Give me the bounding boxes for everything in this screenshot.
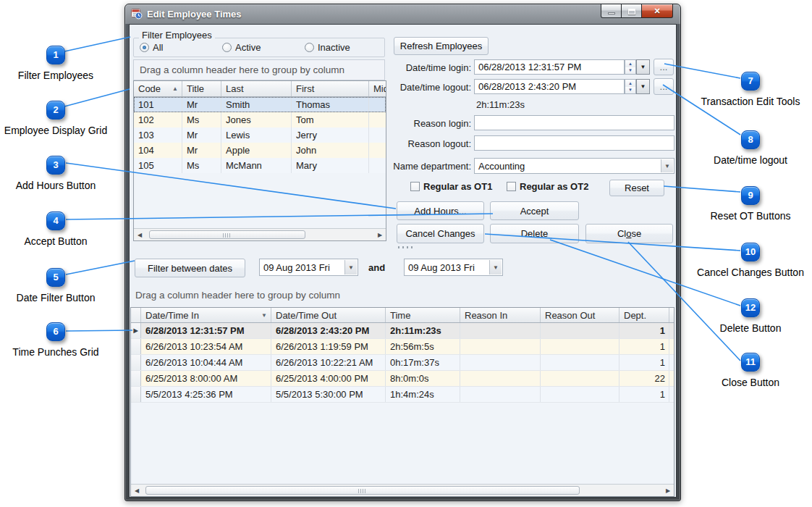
- ot2-label: Regular as OT2: [520, 181, 588, 192]
- accept-button[interactable]: Accept: [490, 201, 579, 220]
- scroll-right-icon[interactable]: ▶: [662, 485, 674, 496]
- col-header-reason-in[interactable]: Reason In: [460, 308, 541, 322]
- close-window-button[interactable]: ✕: [642, 4, 673, 18]
- spin-up-icon[interactable]: ▲: [625, 79, 636, 87]
- minimize-button[interactable]: [601, 4, 622, 18]
- employee-row[interactable]: 102 Ms Jones Tom: [134, 112, 386, 127]
- login-datetime-input[interactable]: 06/28/2013 12:31:57 PM: [474, 59, 625, 75]
- callout-label: Add Hours Button: [0, 180, 117, 191]
- scroll-right-icon[interactable]: ▶: [374, 229, 386, 240]
- date-to-combo[interactable]: 09 Aug 2013 Fri ▼: [404, 259, 503, 276]
- date-from-combo[interactable]: 09 Aug 2013 Fri ▼: [259, 259, 358, 276]
- duration-text: 2h:11m:23s: [476, 99, 525, 110]
- login-edit-tools-button[interactable]: ...: [654, 59, 674, 75]
- department-value: Accounting: [478, 159, 525, 173]
- callout-number-badge: 9: [741, 186, 760, 205]
- employee-grid-groupby-panel[interactable]: Drag a column header here to group by co…: [133, 59, 385, 80]
- radio-inactive-label: Inactive: [318, 42, 350, 53]
- reason-logout-input[interactable]: [474, 135, 674, 151]
- col-header-datetime-in[interactable]: Date/Time In▼: [141, 308, 271, 322]
- punch-row[interactable]: 6/25/2013 8:00:00 AM 6/25/2013 4:00:00 P…: [131, 371, 674, 387]
- close-button[interactable]: Close: [585, 224, 673, 243]
- row-indicator-header: [131, 308, 141, 322]
- radio-active[interactable]: Active: [222, 42, 261, 53]
- employee-row[interactable]: 103 Mr Lewis Jerry: [134, 127, 386, 143]
- employee-row-selected[interactable]: 101 Mr Smith Thomas: [134, 97, 386, 112]
- col-header-time[interactable]: Time: [386, 308, 460, 322]
- reason-logout-label: Reason logout:: [368, 138, 471, 149]
- employee-row[interactable]: 104 Mr Apple John: [134, 143, 386, 158]
- department-combo[interactable]: Accounting ▼: [474, 158, 674, 174]
- employee-grid-hscrollbar[interactable]: ◀ ▶: [134, 228, 386, 240]
- scrollbar-thumb[interactable]: [145, 486, 580, 495]
- scrollbar-grip-icon: [223, 233, 232, 238]
- callout-label: Employee Display Grid: [0, 125, 117, 136]
- punch-row[interactable]: 6/26/2013 10:04:44 AM 6/26/2013 10:22:21…: [131, 355, 674, 371]
- callout-label: Reset OT Buttons: [689, 210, 812, 222]
- callout-number-badge: 5: [46, 268, 65, 287]
- chevron-down-icon[interactable]: ▼: [344, 260, 357, 275]
- titlebar[interactable]: Edit Employee Times ✕: [125, 4, 680, 24]
- logout-spin-control[interactable]: ▲ ▼: [625, 79, 636, 94]
- callout-label: Accept Button: [0, 235, 117, 247]
- radio-all[interactable]: All: [140, 42, 163, 53]
- login-spin-control[interactable]: ▲ ▼: [625, 59, 636, 75]
- add-hours-button[interactable]: Add Hours...: [397, 201, 484, 220]
- app-icon: [131, 8, 143, 20]
- window-controls: ✕: [601, 4, 673, 18]
- logout-edit-tools-button[interactable]: ...: [654, 78, 674, 95]
- regular-as-ot2-checkbox[interactable]: Regular as OT2: [507, 181, 588, 192]
- callout-accept-button: 4 Accept Button: [0, 211, 117, 247]
- col-header-reason-out[interactable]: Reason Out: [541, 308, 619, 322]
- logout-datetime-input[interactable]: 06/28/2013 2:43:20 PM: [474, 79, 625, 94]
- chevron-down-icon[interactable]: ▼: [489, 260, 502, 275]
- col-header-datetime-out[interactable]: Date/Time Out: [271, 308, 386, 322]
- spin-down-icon[interactable]: ▼: [625, 67, 636, 75]
- col-header-last[interactable]: Last: [221, 81, 292, 96]
- callout-employee-display-grid: 2 Employee Display Grid: [0, 101, 117, 136]
- radio-inactive[interactable]: Inactive: [305, 42, 350, 53]
- reset-button[interactable]: Reset: [609, 180, 664, 196]
- punch-row[interactable]: 6/26/2013 10:23:54 AM 6/26/2013 1:19:59 …: [131, 339, 674, 355]
- scroll-left-icon[interactable]: ◀: [134, 229, 145, 240]
- scroll-left-icon[interactable]: ◀: [131, 485, 143, 496]
- spin-down-icon[interactable]: ▼: [625, 87, 636, 95]
- and-label: and: [368, 262, 385, 273]
- login-dropdown-button[interactable]: ▼: [636, 59, 650, 75]
- logout-dropdown-button[interactable]: ▼: [636, 79, 650, 94]
- filter-employees-group-title: Filter Employees: [139, 30, 215, 41]
- col-header-dept[interactable]: Dept.: [619, 308, 669, 322]
- callout-label: Date Filter Button: [0, 292, 117, 303]
- refresh-employees-button[interactable]: Refresh Employees: [394, 37, 489, 55]
- callout-label: Cancel Changes Button: [689, 267, 812, 278]
- scrollbar-thumb[interactable]: [149, 230, 305, 239]
- callout-number-badge: 11: [741, 353, 760, 372]
- employee-row[interactable]: 105 Ms McMann Mary: [134, 158, 386, 173]
- punches-grid-groupby-panel[interactable]: Drag a column header here to group by co…: [135, 290, 340, 301]
- radio-inactive-icon: [305, 43, 314, 52]
- spin-up-icon[interactable]: ▲: [625, 59, 636, 67]
- callout-filter-employees: 1 Filter Employees: [0, 46, 117, 81]
- filter-between-dates-button[interactable]: Filter between dates: [135, 259, 245, 277]
- col-header-first[interactable]: First: [292, 81, 369, 96]
- callout-time-punches-grid: 6 Time Punches Grid: [0, 322, 117, 358]
- cancel-changes-button[interactable]: Cancel Changes: [397, 224, 484, 243]
- punch-row-selected[interactable]: ▶ 6/28/2013 12:31:57 PM 6/28/2013 2:43:2…: [131, 323, 674, 339]
- chevron-down-icon: ▼: [640, 64, 646, 70]
- col-header-f[interactable]: F: [669, 308, 674, 322]
- employee-grid-header: Code▲ Title Last First Middle: [134, 81, 386, 97]
- reason-login-input[interactable]: [474, 115, 674, 130]
- employee-display-grid: Code▲ Title Last First Middle 101 Mr Smi…: [133, 80, 386, 241]
- punch-row[interactable]: 5/5/2013 4:25:36 PM 5/5/2013 5:30:00 PM …: [131, 387, 674, 403]
- maximize-button[interactable]: [622, 4, 642, 18]
- punches-grid-hscrollbar[interactable]: ◀ ▶: [131, 484, 674, 496]
- callout-delete-button: 12 Delete Button: [689, 298, 812, 334]
- delete-button[interactable]: Delete: [490, 224, 579, 243]
- callout-number-badge: 4: [46, 211, 65, 230]
- col-header-code[interactable]: Code▲: [134, 81, 182, 96]
- splitter-grip-icon[interactable]: [398, 246, 414, 248]
- chevron-down-icon[interactable]: ▼: [661, 159, 673, 172]
- col-header-title[interactable]: Title: [182, 81, 221, 96]
- callout-label: Time Punches Grid: [0, 346, 117, 358]
- regular-as-ot1-checkbox[interactable]: Regular as OT1: [410, 181, 492, 192]
